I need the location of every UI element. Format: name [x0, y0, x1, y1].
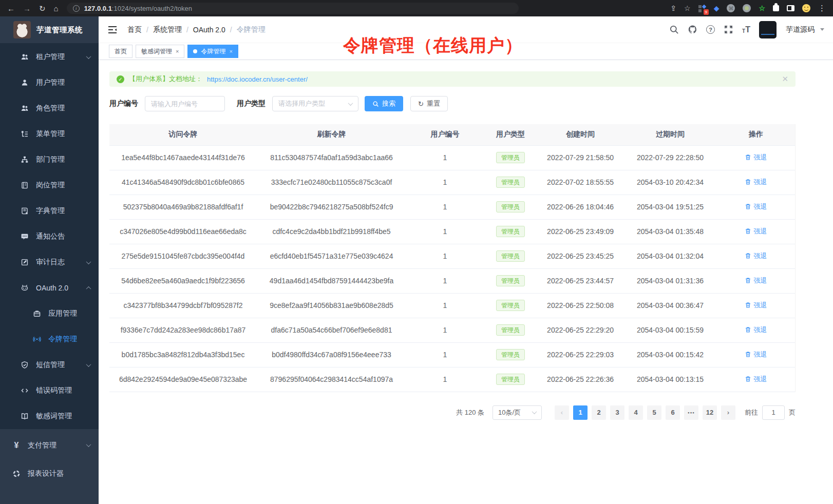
address-bar[interactable]: i 127.0.0.1:1024/system/oauth2/token — [67, 3, 519, 14]
extension-star-icon[interactable]: ☆ — [759, 4, 765, 12]
page-button-4[interactable]: 4 — [629, 405, 643, 420]
table-row: 54d6be82ee5a460a9aedc1f9bf22365649d1aa46… — [109, 268, 795, 293]
access-token-cell: 41c41346a548490f9dc8b01c6bfe0865 — [109, 170, 257, 195]
bookmark-star-icon[interactable]: ☆ — [684, 4, 691, 12]
force-logout-button[interactable]: 强退 — [745, 178, 767, 187]
prev-page-button[interactable]: ‹ — [555, 405, 569, 420]
force-logout-button[interactable]: 强退 — [745, 251, 767, 261]
user-id-cell: 1 — [406, 268, 484, 293]
force-logout-button[interactable]: 强退 — [745, 375, 767, 384]
font-size-icon[interactable]: TT — [742, 26, 750, 34]
force-logout-button[interactable]: 强退 — [745, 301, 767, 310]
tab-首页[interactable]: 首页 — [109, 45, 132, 58]
fullscreen-icon[interactable] — [724, 25, 733, 34]
sidebar-item-dict[interactable]: 字典管理 — [0, 198, 99, 224]
page-button-5[interactable]: 5 — [647, 405, 661, 420]
page-button-1[interactable]: 1 — [573, 405, 588, 420]
search-button[interactable]: 搜索 — [365, 96, 403, 111]
sidebar-item-menu[interactable]: 菜单管理 — [0, 121, 99, 147]
trash-icon — [745, 302, 751, 308]
sidebar-item-audit[interactable]: 审计日志 — [0, 249, 99, 275]
sidebar-item-role[interactable]: 角色管理 — [0, 95, 99, 121]
sidebar-item-yen[interactable]: ¥支付管理 — [0, 431, 99, 459]
reset-button[interactable]: ↻ 重置 — [410, 96, 448, 111]
user-id-cell: 1 — [406, 367, 484, 392]
force-logout-label: 强退 — [753, 178, 767, 187]
sidebar-item-sms[interactable]: 短信管理 — [0, 352, 99, 378]
user-type-select[interactable]: 请选择用户类型 — [272, 96, 358, 111]
sidebar-item-dept[interactable]: 部门管理 — [0, 147, 99, 172]
pages-ellipsis[interactable]: ●●● — [684, 405, 698, 420]
page-size-select[interactable]: 10条/页 — [493, 405, 542, 420]
page-button-6[interactable]: 6 — [666, 405, 680, 420]
browser-back-icon[interactable]: ← — [7, 5, 15, 12]
trash-icon — [745, 154, 751, 161]
force-logout-button[interactable]: 强退 — [745, 350, 767, 359]
alert-close-icon[interactable]: ✕ — [782, 74, 788, 84]
page-button-12[interactable]: 12 — [703, 405, 717, 420]
next-page-button[interactable]: › — [721, 405, 735, 420]
goto-page-input[interactable] — [762, 405, 785, 420]
column-header: 刷新令牌 — [257, 124, 406, 145]
tab-label: 敏感词管理 — [141, 47, 172, 56]
access-token-cell: f9336e7c7dd242a283ee98dc86b17a87 — [109, 318, 257, 342]
chevron-down-icon — [87, 261, 90, 264]
share-icon[interactable]: ⇪ — [670, 4, 676, 12]
tab-close-icon[interactable]: × — [229, 48, 232, 54]
extension-record-icon[interactable] — [743, 4, 751, 12]
browser-forward-icon[interactable]: → — [23, 5, 31, 12]
tab-close-icon[interactable]: × — [176, 48, 179, 54]
column-header: 过期时间 — [623, 124, 717, 145]
table-row: b0d1785bc3a8482f812db4a3f3bd15ecb0df4980… — [109, 342, 795, 367]
search-icon[interactable] — [669, 25, 679, 34]
breadcrumb-item[interactable]: OAuth 2.0 — [193, 26, 225, 34]
alert-link[interactable]: https://doc.iocoder.cn/user-center/ — [207, 75, 308, 83]
extension-gem-icon[interactable]: ◆ — [714, 4, 720, 12]
breadcrumb-item[interactable]: 系统管理 — [153, 25, 182, 34]
tab-令牌管理[interactable]: 令牌管理× — [187, 45, 238, 58]
collapse-sidebar-icon[interactable] — [107, 25, 118, 35]
browser-menu-icon[interactable]: ⋮ — [818, 4, 826, 13]
table-body: 1ea5e44f8bc1467aaede43144f31de76811c5304… — [109, 145, 795, 392]
sidebar-item-token[interactable]: 令牌管理 — [0, 326, 99, 352]
page-button-3[interactable]: 3 — [610, 405, 624, 420]
sidebar-item-notice[interactable]: 通知公告 — [0, 224, 99, 249]
sidebar-item-user[interactable]: 用户管理 — [0, 70, 99, 95]
page: ← → ↻ ⌂ i 127.0.0.1:1024/system/oauth2/t… — [0, 0, 833, 504]
force-logout-button[interactable]: 强退 — [745, 276, 767, 285]
extension-grid-icon[interactable]: 9 — [698, 5, 706, 12]
tab-敏感词管理[interactable]: 敏感词管理× — [136, 45, 184, 58]
browser-home-icon[interactable]: ⌂ — [54, 5, 59, 12]
sidebar-item-users[interactable]: 租户管理 — [0, 44, 99, 70]
extension-puzzle-icon[interactable] — [773, 5, 779, 11]
sidebar-item-sensitive[interactable]: 敏感词管理 — [0, 403, 99, 429]
sidebar-item-errcode[interactable]: 错误码管理 — [0, 378, 99, 403]
help-icon[interactable]: ? — [706, 25, 715, 34]
browser-reload-icon[interactable]: ↻ — [39, 5, 46, 12]
app-logo[interactable]: 芋道管理系统 — [0, 16, 99, 43]
force-logout-button[interactable]: 强退 — [745, 227, 767, 236]
chevron-down-icon[interactable] — [820, 28, 824, 31]
extension-command-icon[interactable]: ⌘ — [727, 4, 735, 12]
sidebar-toggle-icon[interactable] — [787, 5, 794, 11]
sidebar-item-post[interactable]: 岗位管理 — [0, 172, 99, 198]
page-button-2[interactable]: 2 — [592, 405, 606, 420]
sidebar-item-label: 租户管理 — [36, 52, 65, 62]
yen-icon: ¥ — [12, 441, 21, 450]
avatar[interactable] — [759, 21, 777, 38]
site-info-icon[interactable]: i — [73, 5, 80, 12]
sidebar-item-oauth[interactable]: OAuth 2.0 — [0, 275, 99, 301]
force-logout-button[interactable]: 强退 — [745, 153, 767, 162]
chevron-down-icon — [87, 363, 90, 367]
force-logout-button[interactable]: 强退 — [745, 202, 767, 211]
profile-emoji-icon[interactable] — [802, 4, 810, 12]
breadcrumb-item[interactable]: 首页 — [127, 25, 142, 34]
github-icon[interactable] — [688, 25, 697, 34]
action-cell: 强退 — [717, 170, 795, 195]
sidebar-item-report[interactable]: 报表设计器 — [0, 459, 99, 488]
force-logout-button[interactable]: 强退 — [745, 325, 767, 335]
user-id-input[interactable] — [145, 96, 225, 111]
sidebar-item-app[interactable]: 应用管理 — [0, 301, 99, 326]
sidebar-item-label: 报表设计器 — [28, 469, 64, 478]
user-name[interactable]: 芋道源码 — [786, 25, 815, 34]
